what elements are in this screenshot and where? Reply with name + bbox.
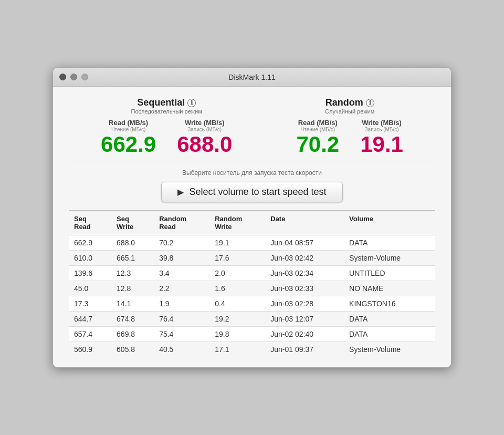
table-header-row: SeqRead SeqWrite RandomRead RandomWrite … [69,211,435,235]
cell-rand-write: 19.8 [209,327,265,342]
play-icon: ▶ [177,187,184,197]
cell-seq-write: 605.8 [111,342,154,357]
table-row: 17.3 14.1 1.9 0.4 Jun-03 02:28 KINGSTON1… [69,296,435,312]
cell-rand-write: 2.0 [209,266,265,281]
random-group: Random ℹ Случайный режим Read (MB/s) Чте… [296,97,403,156]
cell-rand-write: 17.1 [209,342,265,357]
sequential-info-icon[interactable]: ℹ [187,99,196,107]
start-hint: Выберите носитель для запуска теста скор… [69,169,435,177]
table-row: 139.6 12.3 3.4 2.0 Jun-03 02:34 UNTITLED [69,266,435,281]
cell-seq-read: 45.0 [69,281,111,296]
cell-date: Jun-04 08:57 [265,235,344,251]
cell-volume: DATA [344,327,435,342]
sequential-columns: Read (MB/s) Чтение (МБ/с) 662.9 Write (M… [101,119,232,156]
cell-seq-write: 12.8 [111,281,154,296]
col-rand-read: RandomRead [154,211,209,235]
cell-rand-read: 40.5 [154,342,209,357]
cell-date: Jun-03 02:33 [265,281,344,296]
seq-read-col: Read (MB/s) Чтение (МБ/с) 662.9 [101,119,156,156]
col-seq-read: SeqRead [69,211,111,235]
cell-seq-write: 688.0 [111,235,154,251]
table-section: SeqRead SeqWrite RandomRead RandomWrite … [69,210,435,357]
cell-seq-read: 610.0 [69,251,111,266]
table-row: 560.9 605.8 40.5 17.1 Jun-01 09:37 Syste… [69,342,435,357]
main-content: Sequential ℹ Последовательный режим Read… [53,87,451,367]
sequential-title: Sequential ℹ [101,97,232,108]
cell-rand-write: 19.1 [209,235,265,251]
table-row: 644.7 674.8 76.4 19.2 Jun-03 12:07 DATA [69,312,435,327]
table-row: 662.9 688.0 70.2 19.1 Jun-04 08:57 DATA [69,235,435,251]
sequential-group: Sequential ℹ Последовательный режим Read… [101,97,232,156]
random-subtitle: Случайный режим [296,108,403,115]
app-window: DiskMark 1.11 Sequential ℹ Последователь… [52,67,452,368]
table-header: SeqRead SeqWrite RandomRead RandomWrite … [69,211,435,235]
maximize-button[interactable] [81,74,88,80]
cell-date: Jun-03 02:34 [265,266,344,281]
col-seq-write: SeqWrite [111,211,154,235]
cell-volume: NO NAME [344,281,435,296]
start-button[interactable]: ▶ Select volume to start speed test [161,182,342,202]
col-date: Date [265,211,344,235]
cell-seq-write: 14.1 [111,296,154,312]
traffic-lights [59,74,88,80]
cell-rand-read: 2.2 [154,281,209,296]
start-section: Выберите носитель для запуска теста скор… [69,161,435,202]
cell-seq-read: 644.7 [69,312,111,327]
random-title: Random ℹ [296,97,403,108]
rand-read-value: 70.2 [296,133,339,156]
rand-write-value: 19.1 [360,133,403,156]
cell-rand-read: 76.4 [154,312,209,327]
cell-seq-write: 665.1 [111,251,154,266]
col-volume: Volume [344,211,435,235]
seq-write-value: 688.0 [177,133,232,156]
cell-volume: KINGSTON16 [344,296,435,312]
rand-read-col: Read (MB/s) Чтение (МБ/с) 70.2 [296,119,339,156]
table-row: 610.0 665.1 39.8 17.6 Jun-03 02:42 Syste… [69,251,435,266]
cell-date: Jun-03 12:07 [265,312,344,327]
cell-rand-read: 3.4 [154,266,209,281]
table-body: 662.9 688.0 70.2 19.1 Jun-04 08:57 DATA … [69,235,435,357]
cell-seq-read: 17.3 [69,296,111,312]
minimize-button[interactable] [70,74,77,80]
cell-seq-read: 139.6 [69,266,111,281]
cell-rand-read: 75.4 [154,327,209,342]
close-button[interactable] [59,74,66,80]
cell-seq-write: 674.8 [111,312,154,327]
cell-seq-write: 12.3 [111,266,154,281]
window-title: DiskMark 1.11 [228,73,275,81]
random-columns: Read (MB/s) Чтение (МБ/с) 70.2 Write (MB… [296,119,403,156]
random-info-icon[interactable]: ℹ [366,99,374,107]
rand-write-col: Write (MB/s) Запись (МБ/с) 19.1 [360,119,403,156]
cell-rand-write: 19.2 [209,312,265,327]
cell-seq-read: 560.9 [69,342,111,357]
cell-rand-write: 1.6 [209,281,265,296]
cell-volume: System-Volume [344,251,435,266]
seq-write-label: Write (MB/s) [177,119,232,127]
rand-write-label: Write (MB/s) [360,119,403,127]
cell-rand-read: 1.9 [154,296,209,312]
results-table: SeqRead SeqWrite RandomRead RandomWrite … [69,211,435,357]
table-row: 45.0 12.8 2.2 1.6 Jun-03 02:33 NO NAME [69,281,435,296]
seq-read-value: 662.9 [101,133,156,156]
seq-read-label: Read (MB/s) [101,119,156,127]
seq-write-col: Write (MB/s) Запись (МБ/с) 688.0 [177,119,232,156]
cell-rand-read: 70.2 [154,235,209,251]
cell-volume: DATA [344,235,435,251]
cell-seq-read: 662.9 [69,235,111,251]
cell-seq-write: 669.8 [111,327,154,342]
cell-rand-read: 39.8 [154,251,209,266]
cell-rand-write: 0.4 [209,296,265,312]
metrics-section: Sequential ℹ Последовательный режим Read… [69,97,435,156]
sequential-subtitle: Последовательный режим [101,108,232,115]
cell-volume: DATA [344,312,435,327]
titlebar: DiskMark 1.11 [53,68,451,87]
cell-date: Jun-03 02:28 [265,296,344,312]
col-rand-write: RandomWrite [209,211,265,235]
cell-date: Jun-02 02:40 [265,327,344,342]
cell-volume: System-Volume [344,342,435,357]
start-button-label: Select volume to start speed test [189,187,326,198]
table-row: 657.4 669.8 75.4 19.8 Jun-02 02:40 DATA [69,327,435,342]
cell-rand-write: 17.6 [209,251,265,266]
cell-volume: UNTITLED [344,266,435,281]
rand-read-label: Read (MB/s) [296,119,339,127]
